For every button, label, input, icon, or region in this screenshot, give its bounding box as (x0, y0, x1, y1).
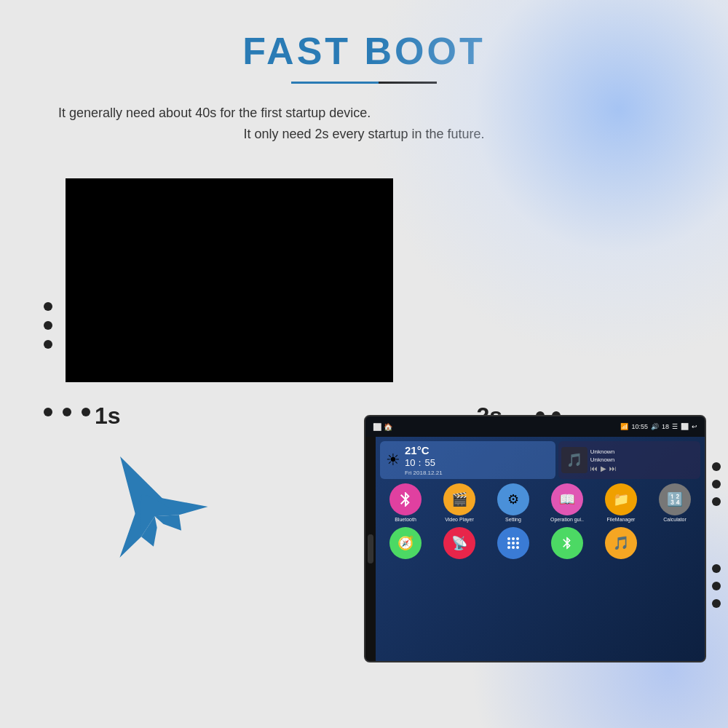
dot-frb3 (712, 599, 721, 608)
calculator-icon: 🔢 (659, 483, 691, 515)
album-icon: 🎵 (566, 452, 582, 468)
black-screen (66, 178, 393, 382)
album-art: 🎵 (561, 447, 587, 473)
status-home-icon: ⬜ 🏠 (373, 423, 392, 431)
svg-point-11 (507, 546, 510, 549)
app-setting[interactable]: ⚙ Setting (488, 483, 539, 523)
dot-bl-2 (63, 408, 71, 416)
signal-icon: 📶 (620, 423, 628, 430)
bluetooth-icon (389, 483, 422, 515)
dot-frb2 (712, 582, 721, 590)
music-title: Unknown (590, 448, 617, 455)
back-icon: ↩ (692, 423, 697, 430)
dot-fr2 (712, 480, 721, 488)
header: FAST BOOT (0, 0, 728, 84)
video-player-icon: 🎬 (443, 483, 475, 515)
app-bluetooth2[interactable] (542, 527, 593, 561)
description-line1: It generally need about 40s for the firs… (44, 106, 684, 121)
status-time: 10:55 (631, 423, 648, 430)
app-operation-label: Operation gui.. (550, 517, 584, 523)
app-bluetooth-label: Bluetooth (395, 517, 416, 523)
music-info: Unknown Unknown ⏮ ▶ ⏭ (590, 448, 617, 472)
sun-icon: ☀ (386, 451, 400, 470)
dot-frb1 (712, 564, 721, 573)
svg-point-12 (512, 546, 515, 549)
bluetooth2-icon (551, 527, 583, 559)
app-operation-guide[interactable]: 📖 Operation gui.. (542, 483, 593, 523)
file-manager-icon: 📁 (605, 483, 637, 515)
phone-sidebar (365, 437, 376, 661)
volume-icon: 🔊 (651, 423, 659, 430)
operation-guide-icon: 📖 (551, 483, 583, 515)
svg-point-5 (507, 537, 510, 540)
phone-screen: ⬜ 🏠 📶 10:55 🔊 18 ☰ ⬜ ↩ (364, 415, 706, 662)
status-icons: 📶 10:55 🔊 18 ☰ ⬜ ↩ (620, 423, 697, 430)
dot-bl-1 (44, 408, 52, 416)
window-icon: ⬜ (681, 423, 689, 430)
svg-point-10 (516, 542, 519, 545)
app-setting-label: Setting (505, 517, 521, 523)
clock-display: 10：55 (405, 456, 443, 470)
battery-level: 18 (662, 423, 669, 430)
title-underline (291, 82, 437, 84)
radio-icon: 📡 (443, 527, 475, 559)
svg-point-7 (516, 537, 519, 540)
description-line2: It only need 2s every startup in the fut… (44, 127, 684, 142)
next-button[interactable]: ⏭ (609, 464, 617, 472)
dots-far-right-top (712, 462, 721, 506)
weather-info: 21°C 10：55 Fri 2018.12.21 (405, 444, 443, 476)
app-grid-row1: Bluetooth 🎬 Video Player ⚙ Setting 📖 (380, 483, 700, 523)
app-grid-row2: 🧭 📡 (380, 527, 700, 561)
main-area: 1s 2s ⬜ 🏠 � (0, 157, 728, 622)
app-video-player[interactable]: 🎬 Video Player (434, 483, 485, 523)
svg-point-6 (512, 537, 515, 540)
dots-left (44, 302, 52, 349)
app-file-label: FileManager (607, 517, 636, 523)
app-music[interactable]: 🎵 (596, 527, 646, 561)
description: It generally need about 40s for the firs… (0, 106, 728, 142)
app-file-manager[interactable]: 📁 FileManager (596, 483, 646, 523)
widget-row: ☀ 21°C 10：55 Fri 2018.12.21 🎵 (380, 441, 700, 479)
date-display: Fri 2018.12.21 (405, 470, 443, 476)
phone-status-bar: ⬜ 🏠 📶 10:55 🔊 18 ☰ ⬜ ↩ (365, 416, 705, 437)
music-controls: ⏮ ▶ ⏭ (590, 464, 617, 472)
dot-3 (44, 340, 52, 349)
svg-point-13 (516, 546, 519, 549)
play-button[interactable]: ▶ (601, 464, 606, 472)
prev-button[interactable]: ⏮ (590, 464, 598, 472)
sidebar-btn (368, 534, 373, 563)
app-calculator[interactable]: 🔢 Calculator (649, 483, 700, 523)
dot-bl-3 (82, 408, 90, 416)
nav-icon: 🧭 (389, 527, 422, 559)
menu-icon: ☰ (672, 423, 678, 430)
music-artist: Unknown (590, 456, 617, 463)
dots-bottom-left (44, 408, 90, 416)
phone-main: ☀ 21°C 10：55 Fri 2018.12.21 🎵 (376, 437, 705, 661)
dot-fr1 (712, 462, 721, 471)
svg-point-9 (512, 542, 515, 545)
app-radio[interactable]: 📡 (434, 527, 485, 561)
svg-point-8 (507, 542, 510, 545)
app-calc-label: Calculator (663, 517, 687, 523)
music-icon: 🎵 (605, 527, 637, 559)
app-apps[interactable] (488, 527, 539, 561)
dot-fr3 (712, 497, 721, 506)
dots-far-right-bottom (712, 564, 721, 608)
page-title: FAST BOOT (0, 29, 728, 73)
temperature: 21°C (405, 444, 443, 456)
app-nav[interactable]: 🧭 (380, 527, 431, 561)
setting-icon: ⚙ (497, 483, 529, 515)
app-bluetooth[interactable]: Bluetooth (380, 483, 431, 523)
weather-widget: ☀ 21°C 10：55 Fri 2018.12.21 (380, 441, 555, 479)
airplane-icon (80, 440, 240, 601)
dot-1 (44, 302, 52, 311)
app-video-label: Video Player (445, 517, 474, 523)
apps-icon (497, 527, 529, 559)
label-1s: 1s (95, 403, 121, 430)
dot-2 (44, 321, 52, 330)
music-widget: 🎵 Unknown Unknown ⏮ ▶ ⏭ (558, 441, 700, 479)
phone-content: ☀ 21°C 10：55 Fri 2018.12.21 🎵 (365, 437, 705, 661)
